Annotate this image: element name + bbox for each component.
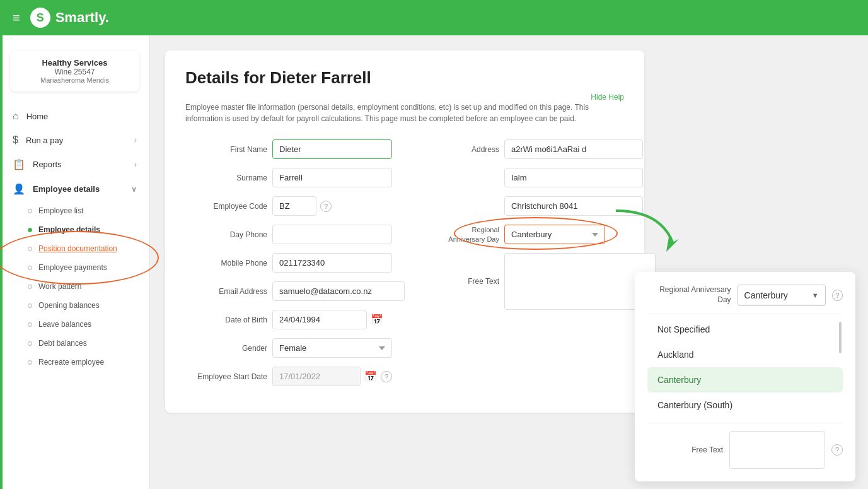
dot-icon [28,285,32,289]
sidebar-accent [0,35,3,489]
content-area: Details for Dieter Farrell Hide Help Emp… [150,35,868,489]
dropdown-option-canterbury-south[interactable]: Canterbury (South) [647,392,843,418]
surname-row: Surname [185,168,405,187]
home-icon: ⌂ [13,110,19,122]
sidebar-subitem-label: Debt balances [38,339,87,348]
dot-filled-icon [28,228,32,232]
sidebar-item-label-employee-details: Employee details [33,184,100,194]
form-col-left: First Name Surname Employee Code ? [185,139,405,395]
sidebar-subitem-position-docs[interactable]: Position documentation [0,239,149,258]
free-text-box[interactable] [729,431,825,469]
employee-code-input[interactable] [272,196,316,216]
sidebar-subitem-recreate-employee[interactable]: Recreate employee [0,353,149,372]
mobile-phone-row: Mobile Phone [185,253,405,273]
calendar-icon[interactable]: 📅 [371,314,383,326]
free-text-label: Free Text [417,277,499,286]
surname-label: Surname [185,174,267,182]
sidebar-subitem-employee-details[interactable]: Employee details [0,220,149,239]
dropdown-option-auckland[interactable]: Auckland [647,342,843,367]
start-date-input[interactable] [272,367,361,386]
dollar-icon: $ [13,134,18,146]
first-name-label: First Name [185,145,267,154]
calendar-icon[interactable]: 📅 [364,370,377,382]
dropdown-list-container: Not Specified Auckland Canterbury Canter… [647,317,843,418]
sidebar-subitem-employee-payments[interactable]: Employee payments [0,258,149,277]
help-icon[interactable]: ? [320,201,332,212]
free-text-input[interactable] [504,253,656,310]
sidebar-item-home[interactable]: ⌂ Home [0,104,149,128]
gender-row: Gender Female Male Non-binary [185,338,405,358]
hamburger-icon[interactable]: ≡ [13,11,20,25]
form-card: Details for Dieter Farrell Hide Help Emp… [165,50,644,413]
form-grid: First Name Surname Employee Code ? [185,139,624,395]
sidebar-subitem-employee-list[interactable]: Employee list [0,201,149,220]
help-icon[interactable]: ? [381,371,392,382]
email-label: Email Address [185,287,267,296]
dot-icon [28,247,32,251]
regional-dropdown-trigger[interactable]: Canterbury ▼ [738,285,826,306]
address-row-1: Address [417,139,656,159]
person-icon: 👤 [13,183,25,195]
gender-select[interactable]: Female Male Non-binary [272,338,392,358]
sidebar-item-label-reports: Reports [33,160,62,169]
sidebar-item-reports[interactable]: 📋 Reports › [0,152,149,177]
gender-label: Gender [185,344,267,353]
logo-text: Smartly. [55,9,109,26]
company-card: Healthy Services Wine 25547 Mariasheroma… [10,50,139,91]
sidebar-item-label-run-a-pay: Run a pay [26,136,63,145]
free-text-section: Free Text ? [647,423,843,469]
company-user: Mariasheroma Mendis [20,76,129,84]
dot-icon [28,303,32,308]
form-col-right: Address RegionalAnniversary Day [405,139,656,395]
day-phone-input[interactable] [272,225,392,244]
sidebar-item-label-home: Home [26,112,49,121]
sidebar-subitem-label: Work pattern [38,282,81,291]
sidebar-subitem-leave-balances[interactable]: Leave balances [0,315,149,334]
dropdown-regional-label: Regional Anniversary Day [647,285,731,305]
company-code: Wine 25547 [20,68,129,76]
main-layout: Healthy Services Wine 25547 Mariasheroma… [0,35,868,489]
sidebar-subitem-label: Opening balances [38,301,100,310]
dot-icon [28,209,32,213]
address-label: Address [417,145,499,154]
page-title: Details for Dieter Farrell [185,68,624,88]
dob-input[interactable] [272,310,367,329]
dropdown-card: Regional Anniversary Day Canterbury ▼ ? … [635,272,855,481]
top-bar: ≡ S Smartly. [0,0,868,35]
dropdown-chevron-icon: ▼ [812,292,819,299]
dot-icon [28,266,32,270]
surname-input[interactable] [272,168,392,187]
scrollbar [839,322,842,353]
first-name-row: First Name [185,139,405,159]
chevron-right-icon: › [134,160,137,169]
email-row: Email Address [185,281,405,301]
dot-icon [28,341,32,346]
free-text-label-card: Free Text [647,445,723,454]
start-date-label: Employee Start Date [185,372,267,381]
sidebar-subitem-label: Employee payments [38,263,107,272]
dropdown-option-canterbury[interactable]: Canterbury [647,367,843,392]
regional-anniversary-label: RegionalAnniversary Day [417,225,499,244]
sidebar-subitem-opening-balances[interactable]: Opening balances [0,296,149,315]
sidebar-subitem-work-pattern[interactable]: Work pattern [0,277,149,296]
dropdown-option-not-specified[interactable]: Not Specified [647,317,843,342]
mobile-phone-input[interactable] [272,253,392,273]
hide-help-link[interactable]: Hide Help [591,93,624,102]
dot-icon [28,360,32,365]
day-phone-row: Day Phone [185,225,405,244]
sidebar-subitem-label: Employee list [38,206,83,215]
regional-anniversary-select[interactable]: Not Specified Auckland Canterbury Canter… [504,225,605,244]
help-circle-icon[interactable]: ? [832,290,843,301]
sidebar-item-employee-details[interactable]: 👤 Employee details ∨ [0,177,149,201]
first-name-input[interactable] [272,139,392,159]
address-input-2[interactable] [504,168,643,187]
sidebar-item-run-a-pay[interactable]: $ Run a pay › [0,128,149,152]
day-phone-label: Day Phone [185,230,267,239]
sidebar-subitem-label: Recreate employee [38,358,104,367]
dropdown-selected-value: Canterbury [744,290,788,300]
email-input[interactable] [272,281,405,301]
address-input-1[interactable] [504,139,643,159]
sidebar-subitem-debt-balances[interactable]: Debt balances [0,334,149,353]
dob-label: Date of Birth [185,315,267,324]
free-text-help-icon[interactable]: ? [831,444,843,456]
